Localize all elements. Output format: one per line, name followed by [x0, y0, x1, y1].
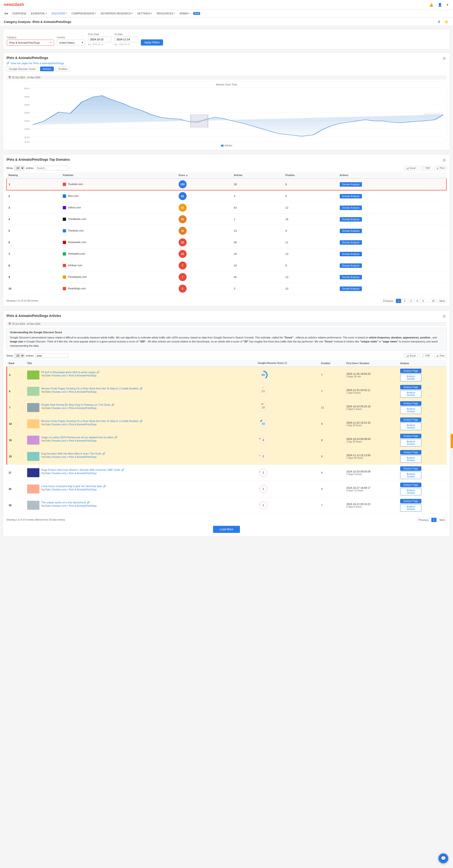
- articles-export-excel[interactable]: 📊 Excel: [404, 353, 418, 358]
- nav-item-overview[interactable]: OVERVIEW: [10, 11, 28, 16]
- analyze-domain-button[interactable]: Analyze Domain: [400, 504, 421, 512]
- analyze-page-button[interactable]: Analyze Page: [400, 401, 421, 406]
- domain-analysis-button[interactable]: Domain Analysis: [340, 240, 362, 245]
- source-link[interactable]: (Youtube.com): [51, 504, 67, 507]
- category-link[interactable]: /Pets & Animals/Pets/Dogs: [68, 488, 97, 491]
- apply-filters-button[interactable]: Apply Filters: [141, 39, 163, 45]
- star-icon[interactable]: ⭐: [443, 19, 449, 24]
- analyze-domain-button[interactable]: Analyze Domain: [400, 471, 421, 479]
- domain-analysis-button[interactable]: Domain Analysis: [340, 264, 362, 268]
- show-select[interactable]: 10 25 50: [14, 166, 25, 170]
- analyze-page-button[interactable]: Analyze Page: [400, 417, 421, 422]
- nav-item-admin[interactable]: ADMIN ▾: [177, 11, 191, 16]
- category-clear-icon[interactable]: ✕: [50, 41, 52, 44]
- pets-section-expand-icon[interactable]: ⊡: [442, 56, 447, 61]
- articles-export-pdf[interactable]: 📄 PDF: [420, 353, 432, 358]
- source-link[interactable]: (Youtube.com): [51, 407, 67, 409]
- articles-show-select[interactable]: 10 25 50: [14, 353, 25, 358]
- analyze-page-button[interactable]: Analyze Page: [400, 434, 421, 438]
- category-link[interactable]: /Pets & Animals/Pets/Dogs: [68, 456, 97, 458]
- domains-page-5[interactable]: 5: [421, 299, 426, 303]
- articles-expand-icon[interactable]: ⊡: [442, 314, 447, 319]
- source-link[interactable]: (Youtube.com): [51, 472, 67, 474]
- domains-page-1[interactable]: 1: [396, 299, 401, 303]
- category-link[interactable]: /Pets & Animals/Pets/Dogs: [68, 472, 97, 474]
- nav-expand-icon[interactable]: ▶▶: [4, 11, 9, 15]
- domain-analysis-button[interactable]: Domain Analysis: [340, 194, 362, 198]
- tab-google-discover-score[interactable]: Google Discover Score: [6, 67, 38, 71]
- articles-export-print[interactable]: 🖨 Print: [434, 353, 447, 358]
- articles-search-input[interactable]: [35, 353, 68, 358]
- export-print-button[interactable]: 🖨 Print: [434, 166, 447, 170]
- domain-analysis-button[interactable]: Domain Analysis: [340, 182, 362, 187]
- analyze-domain-button[interactable]: Analyze Domain: [400, 390, 421, 398]
- art-title-text-group: Woman Finds Puppy Growing On a River Ban…: [41, 420, 143, 426]
- tab-articles[interactable]: Articles: [40, 67, 54, 71]
- nav-item-discover[interactable]: DISCOVER ▾: [50, 11, 69, 16]
- actions-cell: Domain Analysis: [338, 225, 446, 237]
- category-link[interactable]: /Pets & Animals/Pets/Dogs: [68, 391, 97, 393]
- domains-page-3[interactable]: 3: [409, 299, 414, 303]
- nav-item-keywords[interactable]: KEYWORDS RESEARCH ▾: [99, 11, 134, 16]
- nav-item-comprehensive[interactable]: COMPREHENSIVE ▾: [70, 11, 98, 16]
- from-date-input[interactable]: [88, 37, 111, 42]
- settings-arrow: ▾: [151, 12, 152, 14]
- domains-page-4[interactable]: 4: [415, 299, 420, 303]
- analyze-domain-button[interactable]: Analyze Domain: [400, 455, 421, 463]
- domain-analysis-button[interactable]: Domain Analysis: [340, 286, 362, 291]
- tab-position[interactable]: Position: [56, 67, 70, 71]
- domain-analysis-button[interactable]: Domain Analysis: [340, 229, 362, 233]
- articles-section: /Pets & Animals/Pets/Dogs Articles ⊡ 📅 1…: [3, 310, 450, 536]
- analyze-domain-button[interactable]: Analyze Domain: [400, 439, 421, 446]
- source-link[interactable]: (Youtube.com): [51, 439, 67, 442]
- analyze-domain-button[interactable]: Analyze Domain: [400, 374, 421, 381]
- download-icon[interactable]: ⬇: [437, 19, 442, 24]
- source-link[interactable]: (Youtube.com): [51, 374, 67, 377]
- domain-analysis-button[interactable]: Domain Analysis: [340, 217, 362, 222]
- nav-item-settings[interactable]: SETTINGS ▾: [135, 11, 154, 16]
- analyze-page-button[interactable]: Analyze Page: [400, 369, 421, 373]
- articles-next-btn[interactable]: Next: [438, 518, 447, 522]
- domains-page-2[interactable]: 2: [402, 299, 407, 303]
- top-domains-expand-icon[interactable]: ⊡: [442, 158, 447, 162]
- domain-analysis-button[interactable]: Domain Analysis: [340, 206, 362, 210]
- source-link[interactable]: (Youtube.com): [51, 391, 67, 393]
- nav-item-resources[interactable]: RESOURCES ▾: [155, 11, 177, 16]
- category-input[interactable]: /Pets & Animals/Pets/Dogs ✕: [7, 40, 54, 45]
- category-link[interactable]: /Pets & Animals/Pets/Dogs: [68, 407, 97, 409]
- export-pdf-button[interactable]: 📄 PDF: [420, 166, 432, 170]
- category-link[interactable]: /Pets & Animals/Pets/Dogs: [68, 374, 97, 377]
- analyze-domain-button[interactable]: Analyze Domain: [400, 423, 421, 430]
- analyze-domain-button[interactable]: Analyze Domain: [400, 488, 421, 495]
- source-link[interactable]: (Youtube.com): [51, 456, 67, 458]
- to-date-input[interactable]: [115, 37, 138, 42]
- category-link[interactable]: /Pets & Animals/Pets/Dogs: [68, 423, 97, 426]
- category-link[interactable]: /Pets & Animals/Pets/Dogs: [68, 439, 97, 442]
- articles-page-1[interactable]: 1: [431, 518, 436, 522]
- domain-analysis-button[interactable]: Domain Analysis: [340, 275, 362, 279]
- export-excel-button[interactable]: 📊 Excel: [404, 166, 418, 170]
- view-live-pages-link[interactable]: 🔗 View live pages for /Pets & Animals/Pe…: [6, 62, 64, 65]
- user-icon[interactable]: 👤: [437, 2, 443, 7]
- category-link[interactable]: /Pets & Animals/Pets/Dogs: [68, 504, 97, 507]
- notification-icon[interactable]: 🔔: [428, 2, 434, 7]
- source-link[interactable]: (Youtube.com): [51, 423, 67, 426]
- analyze-page-button[interactable]: Analyze Page: [400, 466, 421, 471]
- analyze-page-button[interactable]: Analyze Page: [400, 483, 421, 487]
- articles-prev-btn[interactable]: Previous: [416, 518, 430, 522]
- domains-page-15[interactable]: 15: [430, 299, 436, 303]
- domains-next-btn[interactable]: Next: [438, 299, 447, 303]
- nav-item-essential[interactable]: ESSENTIAL ▾: [29, 11, 49, 16]
- load-more-button[interactable]: Load More: [213, 526, 240, 533]
- analyze-page-button[interactable]: Analyze Page: [400, 385, 421, 390]
- domains-search-input[interactable]: [35, 166, 68, 170]
- score-badge: 81: [179, 192, 187, 200]
- country-select[interactable]: United States ▾: [57, 40, 85, 45]
- source-link[interactable]: (Youtube.com): [51, 488, 67, 491]
- analyze-page-button[interactable]: Analyze Page: [400, 450, 421, 455]
- analyze-domain-button[interactable]: Analyze Domain: [400, 406, 421, 414]
- domain-analysis-button[interactable]: Domain Analysis: [340, 252, 362, 256]
- domains-prev-btn[interactable]: Previous: [381, 299, 395, 303]
- analyze-page-button[interactable]: Analyze Page: [400, 499, 421, 503]
- chevron-down-icon[interactable]: ▾: [446, 2, 449, 7]
